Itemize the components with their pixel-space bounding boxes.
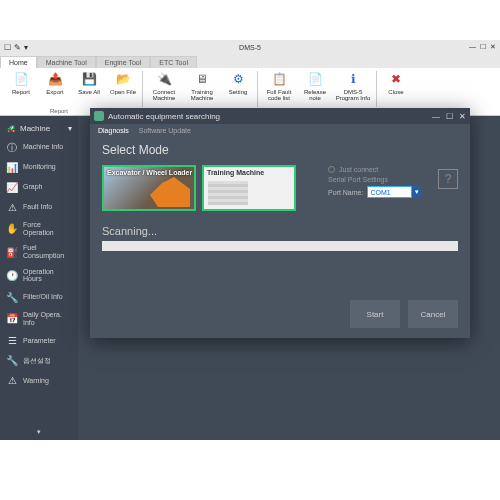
ribbon-connect-machine[interactable]: 🔌Connect Machine	[145, 71, 183, 101]
tab-engine-tool[interactable]: Engine Tool	[96, 56, 150, 68]
tab-home[interactable]: Home	[0, 56, 37, 68]
wrench-icon: 🔧	[6, 355, 18, 367]
scanning-label: Scanning...	[102, 225, 458, 237]
export-icon: 📤	[47, 71, 63, 87]
cancel-button[interactable]: Cancel	[408, 300, 458, 328]
port-name-select[interactable]	[367, 186, 412, 198]
sidebar-item-parameter[interactable]: ☰Parameter	[0, 331, 78, 351]
ribbon-close[interactable]: ✖Close	[379, 71, 413, 95]
dialog-icon	[94, 111, 104, 121]
tb-icon: ✎	[14, 43, 21, 52]
ribbon-export[interactable]: 📤Export	[38, 71, 72, 95]
just-connect-option[interactable]: Just connect	[328, 166, 458, 173]
ribbon-open-file[interactable]: 📂Open File	[106, 71, 140, 95]
sidebar-item-force-operation[interactable]: ✋Force Operation	[0, 217, 78, 240]
machine-icon: 🚜	[6, 124, 16, 133]
dropdown-arrow-icon[interactable]: ▾	[412, 186, 422, 198]
clock-icon: 🕐	[6, 269, 18, 281]
select-mode-heading: Select Mode	[102, 143, 458, 157]
open-icon: 📂	[115, 71, 131, 87]
save-icon: 💾	[81, 71, 97, 87]
serial-port-settings-label: Serial Port Settings	[328, 176, 458, 183]
graph-icon: 📈	[6, 181, 18, 193]
fuel-icon: ⛽	[6, 246, 18, 258]
start-button[interactable]: Start	[350, 300, 400, 328]
sidebar-header[interactable]: 🚜 Machine ▾	[0, 120, 78, 137]
titlebar: ☐ ✎ ▾ DMS-5 — ☐ ✕	[0, 40, 500, 54]
ribbon-report[interactable]: 📄Report	[4, 71, 38, 95]
list-icon: 📋	[271, 71, 287, 87]
mode-card-training[interactable]: Training Machine	[202, 165, 296, 211]
force-icon: ✋	[6, 223, 18, 235]
ribbon-save-all[interactable]: 💾Save All	[72, 71, 106, 95]
port-settings-panel: Just connect Serial Port Settings Port N…	[328, 166, 458, 198]
tab-etc-tool[interactable]: ETC Tool	[150, 56, 197, 68]
ribbon-fault-list[interactable]: 📋Full Fault code list	[260, 71, 298, 101]
connect-icon: 🔌	[156, 71, 172, 87]
chevron-down-icon: ▾	[68, 124, 72, 133]
ribbon-tabs: Home Machine Tool Engine Tool ETC Tool	[0, 54, 500, 68]
close-icon: ✖	[388, 71, 404, 87]
tb-icon: ▾	[24, 43, 28, 52]
window-title: DMS-5	[239, 44, 261, 51]
sidebar-item-monitoring[interactable]: 📊Monitoring	[0, 157, 78, 177]
sidebar: 🚜 Machine ▾ ⓘMachine Info 📊Monitoring 📈G…	[0, 116, 78, 440]
note-icon: 📄	[307, 71, 323, 87]
progress-bar	[102, 241, 458, 251]
training-icon: 🖥	[194, 71, 210, 87]
filter-icon: 🔧	[6, 291, 18, 303]
sidebar-item-daily-opera[interactable]: 📅Daily Opera. Info	[0, 307, 78, 330]
param-icon: ☰	[6, 335, 18, 347]
dialog-maximize[interactable]: ☐	[446, 112, 453, 121]
dialog-minimize[interactable]: —	[432, 112, 440, 121]
setting-icon: ⚙	[230, 71, 246, 87]
tb-icon: ☐	[4, 43, 11, 52]
ribbon-release-note[interactable]: 📄Release note	[298, 71, 332, 101]
sidebar-item-fault-info[interactable]: ⚠Fault Info	[0, 197, 78, 217]
sidebar-item-machine-info[interactable]: ⓘMachine Info	[0, 137, 78, 157]
sidebar-item-graph[interactable]: 📈Graph	[0, 177, 78, 197]
mode-card-excavator[interactable]: Excavator / Wheel Loader	[102, 165, 196, 211]
tab-software-update[interactable]: Software Update	[139, 127, 191, 134]
port-name-label: Port Name:	[328, 189, 363, 196]
info-icon: ⓘ	[6, 141, 18, 153]
tab-diagnosis[interactable]: Diagnosis	[98, 127, 129, 134]
ribbon-program-info[interactable]: ℹDMS-5 Program Info	[332, 71, 374, 101]
sidebar-item-fuel[interactable]: ⛽Fuel Consumption	[0, 240, 78, 263]
fault-icon: ⚠	[6, 201, 18, 213]
sidebar-item-option[interactable]: 🔧옵션설정	[0, 351, 78, 371]
close-button[interactable]: ✕	[490, 43, 496, 51]
chevron-down-icon: ▾	[37, 428, 41, 436]
sidebar-item-operation-hours[interactable]: 🕐Operation Hours	[0, 264, 78, 287]
report-icon: 📄	[13, 71, 29, 87]
tab-machine-tool[interactable]: Machine Tool	[37, 56, 96, 68]
sidebar-item-filter-oil[interactable]: 🔧Filter/Oil Info	[0, 287, 78, 307]
info-icon: ℹ	[345, 71, 361, 87]
monitor-icon: 📊	[6, 161, 18, 173]
ribbon-group-label: Report	[50, 108, 68, 114]
sidebar-item-warning[interactable]: ⚠Warning	[0, 371, 78, 391]
ribbon-training-machine[interactable]: 🖥Training Machine	[183, 71, 221, 101]
auto-search-dialog: Automatic equipment searching — ☐ ✕ Diag…	[90, 108, 470, 338]
maximize-button[interactable]: ☐	[480, 43, 486, 51]
calendar-icon: 📅	[6, 313, 18, 325]
ribbon-setting[interactable]: ⚙Setting	[221, 71, 255, 95]
minimize-button[interactable]: —	[469, 43, 476, 51]
dialog-title: Automatic equipment searching	[108, 112, 220, 121]
warning-icon: ⚠	[6, 375, 18, 387]
dialog-close[interactable]: ✕	[459, 112, 466, 121]
sidebar-collapse[interactable]: ▾	[0, 424, 78, 440]
dialog-titlebar: Automatic equipment searching — ☐ ✕	[90, 108, 470, 124]
dialog-tabs: Diagnosis Software Update	[90, 124, 470, 137]
radio-icon	[328, 166, 335, 173]
